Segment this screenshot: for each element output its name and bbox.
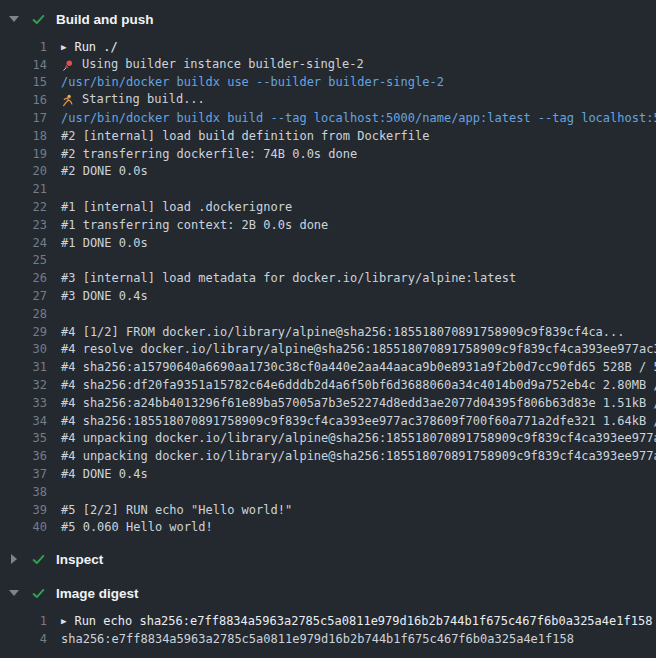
chevron-down-icon xyxy=(8,590,19,596)
line-number[interactable]: 32 xyxy=(0,378,47,392)
log-text: #3 [internal] load metadata for docker.i… xyxy=(61,271,516,285)
log-text: #4 unpacking docker.io/library/alpine@sh… xyxy=(61,449,656,463)
line-number[interactable]: 27 xyxy=(0,289,47,303)
line-number[interactable]: 33 xyxy=(0,396,47,410)
log-text: #2 transferring dockerfile: 74B 0.0s don… xyxy=(61,147,357,161)
chevron-right-icon xyxy=(8,554,19,564)
pushpin-icon xyxy=(61,59,76,73)
line-number[interactable]: 35 xyxy=(0,431,47,445)
line-number[interactable]: 24 xyxy=(0,236,47,250)
log-line-text: #5 0.060 Hello world! xyxy=(61,520,213,534)
log-text: #2 DONE 0.0s xyxy=(61,164,148,178)
log-text: #2 [internal] load build definition from… xyxy=(61,129,429,143)
section-title: Inspect xyxy=(56,552,103,567)
log-line: 23#1 transferring context: 2B 0.0s done xyxy=(0,216,656,234)
line-number[interactable]: 21 xyxy=(0,182,47,196)
log-line: 38 xyxy=(0,483,656,501)
section-header-image-digest[interactable]: Image digest xyxy=(0,580,656,606)
log-line: 28 xyxy=(0,305,656,323)
log-line: 1▶Run ./ xyxy=(0,38,656,56)
log-line-text: #4 sha256:a24bb4013296f61e89ba57005a7b3e… xyxy=(61,396,656,410)
log-line-text: #2 DONE 0.0s xyxy=(61,164,148,178)
log-text: Run ./ xyxy=(74,40,117,54)
line-number[interactable]: 38 xyxy=(0,485,47,499)
line-number[interactable]: 17 xyxy=(0,111,47,125)
log-line-text: sha256:e7ff8834a5963a2785c5a0811e979d16b… xyxy=(61,632,574,646)
section-title: Build and push xyxy=(56,12,154,27)
line-number[interactable]: 29 xyxy=(0,325,47,339)
log-line-text: /usr/bin/docker buildx build --tag local… xyxy=(61,111,656,125)
line-number[interactable]: 4 xyxy=(0,632,47,646)
line-number[interactable]: 22 xyxy=(0,200,47,214)
log-text: /usr/bin/docker buildx use --builder bui… xyxy=(61,75,444,89)
log-line: 33#4 sha256:a24bb4013296f61e89ba57005a7b… xyxy=(0,394,656,412)
expand-step-icon[interactable]: ▶ xyxy=(61,42,66,52)
line-number[interactable]: 40 xyxy=(0,520,47,534)
log-line-text: #3 [internal] load metadata for docker.i… xyxy=(61,271,516,285)
line-number[interactable]: 26 xyxy=(0,271,47,285)
line-number[interactable]: 28 xyxy=(0,307,47,321)
log-text: Run echo sha256:e7ff8834a5963a2785c5a081… xyxy=(74,614,652,628)
line-number[interactable]: 30 xyxy=(0,342,47,356)
log-line: 30#4 resolve docker.io/library/alpine@sh… xyxy=(0,341,656,359)
log-line: 18#2 [internal] load build definition fr… xyxy=(0,127,656,145)
log-line-text: #2 transferring dockerfile: 74B 0.0s don… xyxy=(61,147,357,161)
log-line-text: #1 [internal] load .dockerignore xyxy=(61,200,292,214)
line-number[interactable]: 18 xyxy=(0,129,47,143)
log-line-text: #4 resolve docker.io/library/alpine@sha2… xyxy=(61,342,656,356)
log-line: 16Starting build... xyxy=(0,91,656,109)
line-number[interactable]: 16 xyxy=(0,93,47,107)
line-number[interactable]: 19 xyxy=(0,147,47,161)
line-number[interactable]: 36 xyxy=(0,449,47,463)
line-number[interactable]: 1 xyxy=(0,40,47,54)
section-header-build-and-push[interactable]: Build and push xyxy=(0,6,656,32)
workflow-log-viewer: Build and push1▶Run ./14Using builder in… xyxy=(0,0,656,648)
line-number[interactable]: 31 xyxy=(0,360,47,374)
line-number[interactable]: 25 xyxy=(0,253,47,267)
log-text: #1 transferring context: 2B 0.0s done xyxy=(61,218,328,232)
line-number[interactable]: 39 xyxy=(0,503,47,517)
line-number[interactable]: 34 xyxy=(0,414,47,428)
log-line-text: #1 transferring context: 2B 0.0s done xyxy=(61,218,328,232)
line-number[interactable]: 20 xyxy=(0,164,47,178)
check-icon xyxy=(31,551,47,567)
log-line-text: ▶Run ./ xyxy=(61,40,118,54)
log-lines: 1▶Run echo sha256:e7ff8834a5963a2785c5a0… xyxy=(0,606,656,648)
log-line-text: Starting build... xyxy=(61,92,205,108)
line-number[interactable]: 14 xyxy=(0,58,47,72)
runner-icon xyxy=(61,94,76,108)
log-text: #5 0.060 Hello world! xyxy=(61,520,213,534)
log-line: 22#1 [internal] load .dockerignore xyxy=(0,198,656,216)
log-line: 20#2 DONE 0.0s xyxy=(0,163,656,181)
expand-step-icon[interactable]: ▶ xyxy=(61,616,66,626)
line-number[interactable]: 23 xyxy=(0,218,47,232)
line-number[interactable]: 1 xyxy=(0,614,47,628)
log-line-text: #2 [internal] load build definition from… xyxy=(61,129,429,143)
log-line-text: #4 unpacking docker.io/library/alpine@sh… xyxy=(61,449,656,463)
log-line-text: #4 [1/2] FROM docker.io/library/alpine@s… xyxy=(61,325,625,339)
log-line-text: #1 DONE 0.0s xyxy=(61,236,148,250)
log-text: #5 [2/2] RUN echo "Hello world!" xyxy=(61,503,292,517)
log-text: #4 DONE 0.4s xyxy=(61,467,148,481)
log-line: 19#2 transferring dockerfile: 74B 0.0s d… xyxy=(0,145,656,163)
section-header-inspect[interactable]: Inspect xyxy=(0,546,656,572)
log-line: 36#4 unpacking docker.io/library/alpine@… xyxy=(0,447,656,465)
check-icon xyxy=(31,11,47,27)
log-text: #4 [1/2] FROM docker.io/library/alpine@s… xyxy=(61,325,625,339)
log-text: #3 DONE 0.4s xyxy=(61,289,148,303)
log-line: 35#4 unpacking docker.io/library/alpine@… xyxy=(0,430,656,448)
log-line-text: #4 DONE 0.4s xyxy=(61,467,148,481)
log-line: 31#4 sha256:a15790640a6690aa1730c38cf0a4… xyxy=(0,358,656,376)
log-line: 40#5 0.060 Hello world! xyxy=(0,519,656,537)
log-line-text: #3 DONE 0.4s xyxy=(61,289,148,303)
log-line: 26#3 [internal] load metadata for docker… xyxy=(0,269,656,287)
log-text: #4 sha256:a24bb4013296f61e89ba57005a7b3e… xyxy=(61,396,656,410)
log-line-text: /usr/bin/docker buildx use --builder bui… xyxy=(61,75,444,89)
log-line: 1▶Run echo sha256:e7ff8834a5963a2785c5a0… xyxy=(0,612,656,630)
line-number[interactable]: 37 xyxy=(0,467,47,481)
log-text: #4 sha256:185518070891758909c9f839cf4ca3… xyxy=(61,414,656,428)
log-line: 14Using builder instance builder-single-… xyxy=(0,56,656,74)
log-line: 24#1 DONE 0.0s xyxy=(0,234,656,252)
log-line: 25 xyxy=(0,252,656,270)
line-number[interactable]: 15 xyxy=(0,75,47,89)
